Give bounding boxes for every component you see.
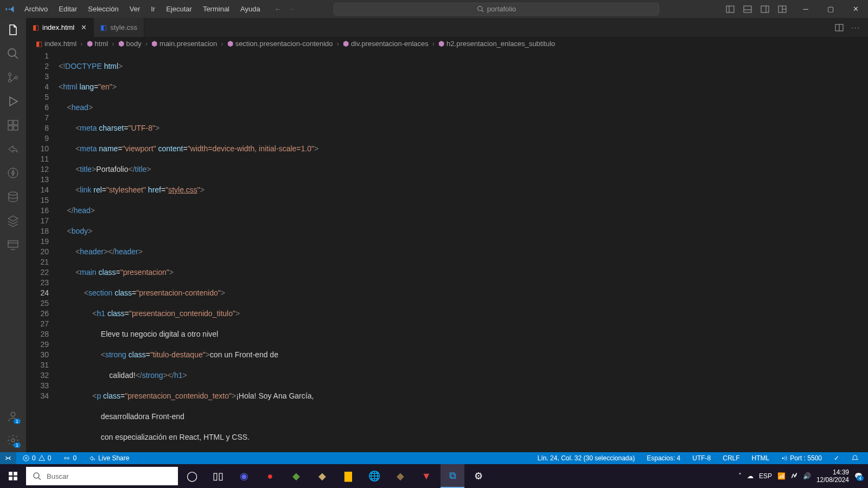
layout-controls (719, 5, 793, 14)
wifi-icon[interactable]: 📶 (777, 472, 786, 480)
nav-arrows: ← → (275, 5, 295, 13)
remote-explorer-icon[interactable] (7, 238, 20, 251)
panel-bottom-icon[interactable] (743, 5, 752, 14)
command-center[interactable]: portafolio (334, 3, 659, 16)
lang-indicator[interactable]: ESP (759, 472, 772, 480)
main-area: 1 1 ◧ index.html ✕ ◧ style.css ··· ◧ ind… (0, 18, 868, 452)
search-icon (477, 5, 484, 12)
menu-editar[interactable]: Editar (53, 2, 82, 16)
explorer-icon[interactable] (7, 23, 20, 36)
html-file-icon: ◧ (33, 23, 39, 31)
chrome-icon[interactable]: 🌐 (362, 464, 386, 488)
live-share-status[interactable]: Live Share (86, 454, 132, 462)
html-file-icon: ◧ (36, 40, 42, 48)
svg-rect-37 (9, 477, 12, 480)
menu-archivo[interactable]: Archivo (19, 2, 53, 16)
menu-ayuda[interactable]: Ayuda (235, 2, 266, 16)
nav-back-icon[interactable]: ← (275, 5, 282, 13)
split-editor-icon[interactable] (835, 23, 844, 32)
taskview-icon[interactable]: ◯ (180, 464, 204, 488)
volume-icon[interactable]: 🔊 (803, 472, 811, 480)
database-icon[interactable] (7, 190, 20, 203)
menu-bar: Archivo Editar Selección Ver Ir Ejecutar… (19, 2, 266, 16)
line-numbers: 1234567891011121314151617181920212223242… (26, 50, 59, 452)
onedrive-icon[interactable]: ☁ (747, 472, 754, 480)
taskbar-search[interactable]: Buscar (26, 467, 178, 485)
app-icon[interactable]: ● (258, 464, 282, 488)
battery-icon[interactable]: 🗲 (791, 472, 797, 480)
go-live[interactable]: Port : 5500 (778, 454, 825, 462)
layers-icon[interactable] (7, 214, 20, 227)
clock[interactable]: 14:39 12/08/2024 (816, 468, 849, 484)
minecraft-icon[interactable]: ◆ (284, 464, 308, 488)
breadcrumbs[interactable]: ◧ index.html ›⬢ html ›⬢ body ›⬢ main.pre… (26, 37, 868, 50)
code-content[interactable]: <!DOCTYPE html> <html lang="en"> <head> … (59, 50, 868, 452)
explorer-icon[interactable]: ▇ (336, 464, 360, 488)
svg-point-26 (11, 439, 15, 442)
search-activity-icon[interactable] (7, 47, 20, 60)
cursor-position[interactable]: Lín. 24, Col. 32 (30 seleccionada) (535, 454, 637, 462)
action-center-icon[interactable]: 💬4 (854, 472, 863, 480)
ports-indicator[interactable]: 0 (60, 454, 79, 462)
tab-index-html[interactable]: ◧ index.html ✕ (26, 18, 94, 37)
code-editor[interactable]: 1234567891011121314151617181920212223242… (26, 50, 868, 452)
vscode-taskbar-icon[interactable]: ⧉ (441, 464, 464, 488)
svg-rect-2 (726, 6, 734, 12)
eol[interactable]: CRLF (720, 454, 742, 462)
status-bar: 0 0 0 Live Share Lín. 24, Col. 32 (30 se… (0, 452, 868, 464)
svg-rect-36 (14, 472, 17, 476)
svg-rect-4 (744, 6, 751, 12)
discord-icon[interactable]: ◉ (232, 464, 256, 488)
settings-taskbar-icon[interactable]: ⚙ (467, 464, 490, 488)
settings-gear-icon[interactable]: 1 (7, 434, 20, 447)
run-debug-icon[interactable] (7, 95, 20, 108)
svg-point-25 (11, 412, 15, 416)
remote-indicator[interactable] (0, 452, 16, 464)
close-tab-icon[interactable]: ✕ (81, 23, 87, 31)
tab-style-css[interactable]: ◧ style.css (94, 18, 144, 37)
minimize-button[interactable]: ─ (793, 0, 818, 18)
layout-icon[interactable] (778, 5, 787, 14)
live-share-icon[interactable] (7, 143, 20, 156)
editor-area: ◧ index.html ✕ ◧ style.css ··· ◧ index.h… (26, 18, 868, 452)
app2-icon[interactable]: ▼ (414, 464, 438, 488)
menu-ver[interactable]: Ver (124, 2, 146, 16)
menu-ir[interactable]: Ir (145, 2, 161, 16)
menu-ejecutar[interactable]: Ejecutar (161, 2, 197, 16)
more-actions-icon[interactable]: ··· (851, 23, 860, 31)
svg-rect-22 (8, 241, 18, 247)
tab-label: style.css (110, 23, 137, 31)
svg-point-39 (34, 473, 39, 478)
prettier-icon[interactable]: ✓ (831, 454, 842, 462)
encoding[interactable]: UTF-8 (690, 454, 713, 462)
maximize-button[interactable]: ▢ (818, 0, 843, 18)
panel-left-icon[interactable] (726, 5, 735, 14)
tab-label: index.html (42, 23, 74, 31)
activity-bar: 1 1 (0, 18, 26, 452)
start-button[interactable] (0, 471, 26, 481)
menu-seleccion[interactable]: Selección (82, 2, 124, 16)
nav-forward-icon[interactable]: → (288, 5, 295, 13)
indentation[interactable]: Espacios: 4 (644, 454, 683, 462)
close-button[interactable]: ✕ (843, 0, 868, 18)
source-control-icon[interactable] (7, 71, 20, 84)
menu-terminal[interactable]: Terminal (197, 2, 235, 16)
panel-right-icon[interactable] (761, 5, 769, 14)
problems-indicator[interactable]: 0 0 (20, 454, 54, 462)
widgets-icon[interactable]: ▯▯ (206, 464, 230, 488)
thunder-icon[interactable] (7, 166, 20, 179)
svg-line-40 (39, 478, 41, 480)
notifications-icon[interactable] (848, 454, 861, 462)
extensions-icon[interactable] (7, 119, 20, 132)
language-mode[interactable]: HTML (749, 454, 773, 462)
svg-rect-17 (14, 120, 18, 125)
svg-point-14 (9, 80, 11, 82)
game-icon[interactable]: ◆ (388, 464, 412, 488)
svg-rect-38 (14, 477, 17, 480)
svg-point-15 (15, 76, 18, 79)
lol-icon[interactable]: ◆ (310, 464, 334, 488)
svg-point-21 (9, 192, 17, 195)
tray-chevron-icon[interactable]: ˄ (738, 472, 742, 480)
accounts-icon[interactable]: 1 (7, 410, 20, 423)
titlebar: Archivo Editar Selección Ver Ir Ejecutar… (0, 0, 868, 18)
